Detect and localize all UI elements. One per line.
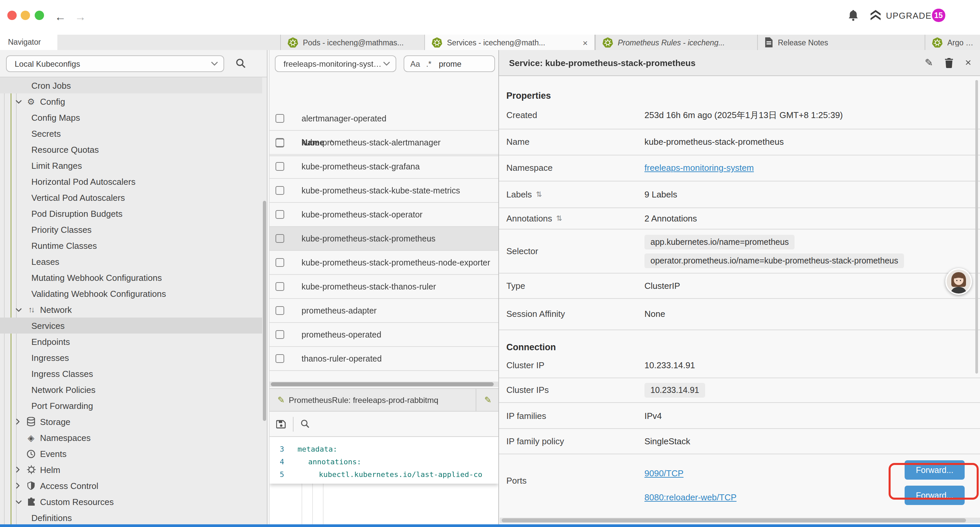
row-checkbox[interactable] xyxy=(275,282,284,291)
tab-services-icecheng-math[interactable]: Services - icecheng@math...× xyxy=(424,35,595,51)
sidebar-item-services[interactable]: Services xyxy=(0,318,262,334)
traffic-light-minimize[interactable] xyxy=(21,11,30,20)
table-row[interactable]: prometheus-operated xyxy=(269,323,498,347)
table-row[interactable]: kube-prometheus-stack-operator xyxy=(269,203,498,227)
sidebar-item-pod-disruption-budgets[interactable]: Pod Disruption Budgets xyxy=(0,205,262,221)
save-icon[interactable] xyxy=(276,419,286,429)
port-link[interactable]: 8080:reloader-web/TCP xyxy=(644,493,737,503)
row-checkbox[interactable] xyxy=(275,210,284,219)
close-icon[interactable]: × xyxy=(965,57,971,69)
delete-trash-icon[interactable] xyxy=(944,58,953,68)
sidebar-item-storage[interactable]: Storage xyxy=(0,414,262,430)
sidebar-item-priority-classes[interactable]: Priority Classes xyxy=(0,221,262,237)
notification-count-badge[interactable]: 15 xyxy=(932,9,945,22)
sidebar-item-secrets[interactable]: Secrets xyxy=(0,126,262,142)
tab-strip: Navigator Pods - icecheng@mathmas...Serv… xyxy=(0,35,980,51)
table-row[interactable]: prometheus-adapter xyxy=(269,299,498,323)
sidebar-item-namespaces[interactable]: ◈Namespaces xyxy=(0,430,262,446)
chevron-down-icon xyxy=(211,61,218,66)
row-checkbox[interactable] xyxy=(275,330,284,339)
kubeconfig-selector[interactable]: Local Kubeconfigs xyxy=(6,56,224,72)
bottom-tab-next[interactable]: ✎ xyxy=(476,395,492,405)
kubernetes-icon xyxy=(288,37,298,48)
tab-release-notes[interactable]: Release Notes xyxy=(757,35,924,50)
back-arrow-icon[interactable]: ← xyxy=(55,9,66,26)
table-row[interactable]: kube-prometheus-stack-prometheus-node-ex… xyxy=(269,251,498,275)
sidebar-item-limit-ranges[interactable]: Limit Ranges xyxy=(0,158,262,174)
row-checkbox[interactable] xyxy=(275,234,284,243)
row-checkbox[interactable] xyxy=(275,114,284,123)
row-checkbox[interactable] xyxy=(275,306,284,315)
sidebar-item-network[interactable]: ↑↓Network xyxy=(0,301,262,318)
row-checkbox[interactable] xyxy=(275,258,284,267)
sidebar-item-custom-resources[interactable]: Custom Resources xyxy=(0,494,262,509)
sidebar-item-config[interactable]: ⚙Config xyxy=(0,93,262,110)
table-row[interactable]: kube-prometheus-stack-thanos-ruler xyxy=(269,275,498,299)
user-avatar[interactable] xyxy=(945,268,972,295)
table-search-input[interactable]: Aa .* prome xyxy=(404,56,495,72)
sidebar-item-mutating-webhook-configurations[interactable]: Mutating Webhook Configurations xyxy=(0,269,262,285)
tab-argo-se[interactable]: Argo Se xyxy=(924,35,980,50)
traffic-light-close[interactable] xyxy=(7,11,17,20)
sidebar-item-helm[interactable]: Helm xyxy=(0,462,262,478)
traffic-light-zoom[interactable] xyxy=(35,11,44,20)
sidebar-item-endpoints[interactable]: Endpoints xyxy=(0,334,262,350)
sidebar-item-resource-quotas[interactable]: Resource Quotas xyxy=(0,142,262,158)
upgrade-chevrons-icon[interactable] xyxy=(869,10,882,21)
bell-icon[interactable] xyxy=(848,10,859,21)
sidebar-item-leases[interactable]: Leases xyxy=(0,253,262,269)
table-row[interactable]: alertmanager-operated xyxy=(269,107,498,131)
port-link[interactable]: 9090/TCP xyxy=(644,469,737,479)
detail-vertical-scrollbar[interactable] xyxy=(975,80,978,374)
sidebar-scrollbar[interactable] xyxy=(263,201,266,421)
row-checkbox[interactable] xyxy=(275,138,284,147)
namespace-link[interactable]: freeleaps-monitoring-system xyxy=(644,163,754,173)
section-heading: Connection xyxy=(499,342,980,353)
sort-icon[interactable]: ⇅ xyxy=(536,190,542,199)
sidebar-item-definitions[interactable]: Definitions xyxy=(0,509,262,525)
detail-row-created: Created253d 16h 6m ago (2025年1月13日 GMT+8… xyxy=(499,101,980,129)
sidebar-item-validating-webhook-configurations[interactable]: Validating Webhook Configurations xyxy=(0,285,262,301)
chevron-down-icon xyxy=(15,499,22,504)
sidebar-item-port-forwarding[interactable]: Port Forwarding xyxy=(0,398,262,414)
table-row[interactable]: kube-prometheus-stack-kube-state-metrics xyxy=(269,179,498,203)
navigator-tree: Cron Jobs⚙ConfigConfig MapsSecretsResour… xyxy=(0,77,267,527)
namespace-filter-dropdown[interactable]: freeleaps-monitoring-system xyxy=(275,56,396,72)
yaml-editor[interactable]: 0","for":"1m","labels":{"service":"12Met… xyxy=(269,437,498,527)
sidebar-item-cron-jobs[interactable]: Cron Jobs xyxy=(0,77,262,93)
table-row[interactable]: thanos-ruler-operated xyxy=(269,347,498,371)
sidebar-item-runtime-classes[interactable]: Runtime Classes xyxy=(0,237,262,253)
sidebar-item-horizontal-pod-autoscalers[interactable]: Horizontal Pod Autoscalers xyxy=(0,174,262,189)
sidebar-item-ingresses[interactable]: Ingresses xyxy=(0,350,262,366)
row-checkbox[interactable] xyxy=(275,186,284,195)
puzzle-icon xyxy=(26,497,36,506)
bottom-tab-prometheusrule[interactable]: ✎ PrometheusRule: freeleaps-prod-rabbitm… xyxy=(269,395,476,405)
sidebar-item-network-policies[interactable]: Network Policies xyxy=(0,382,262,398)
match-case-icon[interactable]: Aa xyxy=(410,59,420,68)
sort-icon[interactable]: ⇅ xyxy=(556,214,562,223)
sidebar-item-access-control[interactable]: Access Control xyxy=(0,478,262,494)
sidebar-item-vertical-pod-autoscalers[interactable]: Vertical Pod Autoscalers xyxy=(0,189,262,205)
navigator-panel-tab[interactable]: Navigator xyxy=(0,35,57,51)
tab-prometheus-rules-icecheng[interactable]: Prometheus Rules - icecheng... xyxy=(595,35,757,50)
sidebar-item-events[interactable]: Events xyxy=(0,446,262,462)
editor-search-icon[interactable] xyxy=(300,419,310,429)
chevron-right-icon xyxy=(15,466,20,473)
close-icon[interactable]: × xyxy=(583,38,588,48)
detail-horizontal-scrollbar[interactable] xyxy=(500,517,980,523)
table-row[interactable]: kube-prometheus-stack-alertmanager xyxy=(269,131,498,155)
forward-arrow-icon[interactable]: → xyxy=(75,9,86,26)
sidebar-item-ingress-classes[interactable]: Ingress Classes xyxy=(0,366,262,382)
detail-value: 2 Annotations xyxy=(644,213,697,223)
row-checkbox[interactable] xyxy=(275,354,284,363)
table-row[interactable]: kube-prometheus-stack-grafana xyxy=(269,155,498,179)
table-row[interactable]: kube-prometheus-stack-prometheus xyxy=(269,227,498,251)
table-horizontal-scrollbar[interactable] xyxy=(269,382,498,387)
sidebar-item-config-maps[interactable]: Config Maps xyxy=(0,110,262,126)
tab-pods-icecheng-mathmas[interactable]: Pods - icecheng@mathmas... xyxy=(280,35,424,50)
sidebar-search-icon[interactable] xyxy=(235,58,246,69)
regex-icon[interactable]: .* xyxy=(426,59,431,68)
edit-pencil-icon[interactable]: ✎ xyxy=(924,57,933,69)
upgrade-label[interactable]: UPGRADE xyxy=(886,11,932,21)
row-checkbox[interactable] xyxy=(275,162,284,171)
